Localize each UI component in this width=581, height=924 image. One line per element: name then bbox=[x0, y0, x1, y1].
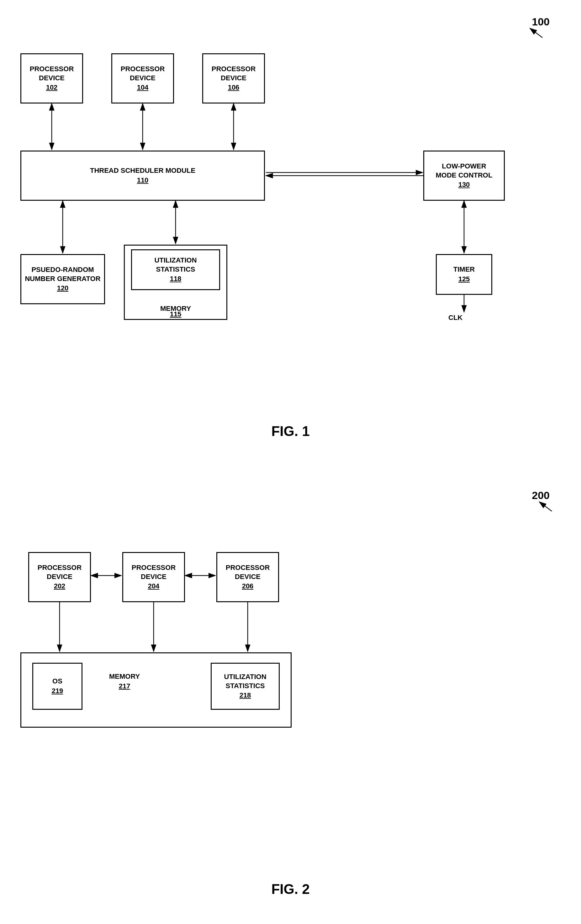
fig1-diagram: 100 PROCESSORDEVICE 102 PROCESSORDEVICE … bbox=[0, 0, 581, 464]
proc106-label: PROCESSORDEVICE bbox=[212, 64, 256, 82]
timer125-ref: 125 bbox=[458, 275, 470, 284]
memory115-ref: 115 bbox=[170, 310, 181, 319]
os219-label: OS bbox=[53, 677, 63, 686]
proc206-ref: 206 bbox=[242, 582, 253, 591]
processor-device-202: PROCESSORDEVICE 202 bbox=[28, 552, 91, 602]
thread110-ref: 110 bbox=[137, 176, 149, 185]
memory217-ref: 217 bbox=[109, 682, 140, 691]
svg-line-14 bbox=[539, 502, 552, 511]
processor-device-102: PROCESSORDEVICE 102 bbox=[20, 53, 83, 104]
clk-label: CLK bbox=[448, 314, 462, 322]
pseudo-random-number-generator-120: PSUEDO-RANDOMNUMBER GENERATOR 120 bbox=[20, 254, 105, 304]
os219-ref: 219 bbox=[52, 686, 63, 696]
processor-device-104: PROCESSORDEVICE 104 bbox=[111, 53, 174, 104]
pseudo120-ref: 120 bbox=[57, 284, 69, 293]
utilization-statistics-118: UTILIZATIONSTATISTICS 118 bbox=[131, 249, 220, 290]
thread-scheduler-module-110: THREAD SCHEDULER MODULE 110 bbox=[20, 150, 265, 201]
proc202-label: PROCESSORDEVICE bbox=[38, 563, 82, 581]
processor-device-106: PROCESSORDEVICE 106 bbox=[202, 53, 265, 104]
fig1-label: FIG. 1 bbox=[271, 423, 309, 439]
timer125-label: TIMER bbox=[453, 265, 475, 274]
utilization-statistics-218: UTILIZATIONSTATISTICS 218 bbox=[211, 663, 280, 710]
proc102-label: PROCESSORDEVICE bbox=[30, 64, 74, 82]
proc204-label: PROCESSORDEVICE bbox=[132, 563, 176, 581]
proc104-label: PROCESSORDEVICE bbox=[121, 64, 165, 82]
util118-ref: 118 bbox=[170, 274, 181, 284]
low-power-mode-control-130: LOW-POWERMODE CONTROL 130 bbox=[423, 150, 505, 201]
fig2-diagram: 200 PROCESSORDEVICE 202 PROCESSORDEVICE … bbox=[0, 464, 581, 924]
lowpower130-label: LOW-POWERMODE CONTROL bbox=[436, 162, 492, 180]
processor-device-206: PROCESSORDEVICE 206 bbox=[216, 552, 279, 602]
util118-label: UTILIZATIONSTATISTICS bbox=[154, 256, 197, 274]
os-219: OS 219 bbox=[32, 663, 82, 710]
proc204-ref: 204 bbox=[148, 582, 160, 591]
memory-os-outer-215: OS 219 MEMORY 217 UTILIZATIONSTATISTICS … bbox=[20, 652, 291, 728]
pseudo120-label: PSUEDO-RANDOMNUMBER GENERATOR bbox=[25, 266, 100, 283]
lowpower130-ref: 130 bbox=[458, 180, 470, 190]
fig2-label: FIG. 2 bbox=[271, 881, 309, 897]
thread110-label: THREAD SCHEDULER MODULE bbox=[90, 166, 195, 175]
fig1-ref-number: 100 bbox=[532, 16, 550, 28]
timer-125: TIMER 125 bbox=[436, 254, 492, 295]
util218-label: UTILIZATIONSTATISTICS bbox=[224, 672, 266, 690]
memory-115-outer: MEMORY 115 UTILIZATIONSTATISTICS 118 bbox=[124, 245, 227, 320]
proc202-ref: 202 bbox=[54, 582, 66, 591]
svg-line-4 bbox=[530, 28, 542, 38]
processor-device-204: PROCESSORDEVICE 204 bbox=[122, 552, 185, 602]
proc102-ref: 102 bbox=[46, 83, 58, 92]
proc206-label: PROCESSORDEVICE bbox=[226, 563, 270, 581]
fig1-arrows bbox=[0, 0, 581, 464]
util218-ref: 218 bbox=[240, 691, 251, 700]
proc104-ref: 104 bbox=[137, 83, 149, 92]
memory-217-label: MEMORY 217 bbox=[109, 672, 140, 691]
proc106-ref: 106 bbox=[228, 83, 240, 92]
fig2-ref-number: 200 bbox=[532, 489, 550, 502]
